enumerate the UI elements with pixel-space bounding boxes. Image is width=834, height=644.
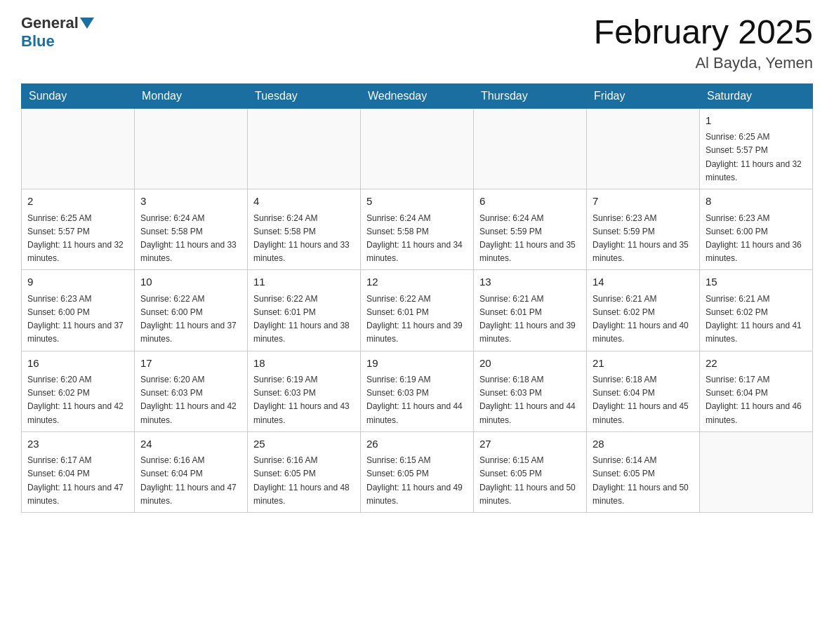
day-info: Sunrise: 6:14 AM Sunset: 6:05 PM Dayligh… [593,454,694,508]
day-number: 24 [140,436,241,452]
day-info: Sunrise: 6:21 AM Sunset: 6:02 PM Dayligh… [593,293,694,347]
calendar-cell: 27Sunrise: 6:15 AM Sunset: 6:05 PM Dayli… [474,431,587,512]
day-number: 2 [27,194,128,210]
day-info: Sunrise: 6:17 AM Sunset: 6:04 PM Dayligh… [27,454,128,508]
day-number: 28 [593,436,694,452]
day-info: Sunrise: 6:16 AM Sunset: 6:05 PM Dayligh… [253,454,355,508]
day-number: 27 [479,436,581,452]
calendar-cell: 5Sunrise: 6:24 AM Sunset: 5:58 PM Daylig… [361,189,474,270]
day-info: Sunrise: 6:23 AM Sunset: 6:00 PM Dayligh… [706,212,807,266]
calendar-cell: 18Sunrise: 6:19 AM Sunset: 6:03 PM Dayli… [248,351,361,431]
day-number: 18 [253,356,355,372]
calendar-cell: 28Sunrise: 6:14 AM Sunset: 6:05 PM Dayli… [587,431,700,512]
calendar-day-header: Tuesday [248,83,361,108]
calendar-week-row: 9Sunrise: 6:23 AM Sunset: 6:00 PM Daylig… [22,270,813,351]
calendar-day-header: Wednesday [361,83,474,108]
calendar-week-row: 23Sunrise: 6:17 AM Sunset: 6:04 PM Dayli… [22,431,813,512]
day-number: 19 [366,356,468,372]
day-number: 13 [479,274,581,290]
calendar-cell: 7Sunrise: 6:23 AM Sunset: 5:59 PM Daylig… [587,189,700,270]
day-info: Sunrise: 6:18 AM Sunset: 6:04 PM Dayligh… [593,373,694,427]
calendar-cell: 14Sunrise: 6:21 AM Sunset: 6:02 PM Dayli… [587,270,700,351]
day-info: Sunrise: 6:21 AM Sunset: 6:01 PM Dayligh… [479,293,581,347]
day-info: Sunrise: 6:20 AM Sunset: 6:03 PM Dayligh… [140,373,241,427]
calendar-header-row: SundayMondayTuesdayWednesdayThursdayFrid… [22,83,813,108]
calendar-cell: 23Sunrise: 6:17 AM Sunset: 6:04 PM Dayli… [22,431,135,512]
calendar-cell: 25Sunrise: 6:16 AM Sunset: 6:05 PM Dayli… [248,431,361,512]
calendar-table: SundayMondayTuesdayWednesdayThursdayFrid… [21,83,813,513]
calendar-week-row: 1Sunrise: 6:25 AM Sunset: 5:57 PM Daylig… [22,108,813,189]
calendar-cell: 15Sunrise: 6:21 AM Sunset: 6:02 PM Dayli… [700,270,813,351]
logo-blue-text: Blue [21,32,55,50]
day-number: 22 [706,356,807,372]
calendar-cell: 24Sunrise: 6:16 AM Sunset: 6:04 PM Dayli… [135,431,248,512]
day-number: 10 [140,274,241,290]
calendar-cell [135,108,248,189]
logo: General Blue [21,14,95,51]
logo-general-text: General [21,14,79,32]
day-number: 9 [27,274,128,290]
day-info: Sunrise: 6:16 AM Sunset: 6:04 PM Dayligh… [140,454,241,508]
calendar-cell: 11Sunrise: 6:22 AM Sunset: 6:01 PM Dayli… [248,270,361,351]
day-info: Sunrise: 6:24 AM Sunset: 5:58 PM Dayligh… [366,212,468,266]
calendar-day-header: Saturday [700,83,813,108]
day-number: 25 [253,436,355,452]
day-number: 17 [140,356,241,372]
day-info: Sunrise: 6:19 AM Sunset: 6:03 PM Dayligh… [253,373,355,427]
day-info: Sunrise: 6:23 AM Sunset: 5:59 PM Dayligh… [593,212,694,266]
calendar-cell: 19Sunrise: 6:19 AM Sunset: 6:03 PM Dayli… [361,351,474,431]
calendar-cell: 2Sunrise: 6:25 AM Sunset: 5:57 PM Daylig… [22,189,135,270]
calendar-cell: 9Sunrise: 6:23 AM Sunset: 6:00 PM Daylig… [22,270,135,351]
calendar-cell: 8Sunrise: 6:23 AM Sunset: 6:00 PM Daylig… [700,189,813,270]
calendar-cell [474,108,587,189]
day-number: 11 [253,274,355,290]
calendar-cell [361,108,474,189]
calendar-subtitle: Al Bayda, Yemen [594,54,813,72]
day-info: Sunrise: 6:22 AM Sunset: 6:01 PM Dayligh… [366,293,468,347]
logo-arrow-icon [80,18,94,29]
day-number: 8 [706,194,807,210]
calendar-cell: 21Sunrise: 6:18 AM Sunset: 6:04 PM Dayli… [587,351,700,431]
calendar-cell: 1Sunrise: 6:25 AM Sunset: 5:57 PM Daylig… [700,108,813,189]
day-number: 6 [479,194,581,210]
calendar-cell: 17Sunrise: 6:20 AM Sunset: 6:03 PM Dayli… [135,351,248,431]
calendar-cell [700,431,813,512]
calendar-cell [22,108,135,189]
calendar-day-header: Monday [135,83,248,108]
day-number: 21 [593,356,694,372]
calendar-cell: 3Sunrise: 6:24 AM Sunset: 5:58 PM Daylig… [135,189,248,270]
day-number: 4 [253,194,355,210]
day-info: Sunrise: 6:23 AM Sunset: 6:00 PM Dayligh… [27,293,128,347]
calendar-day-header: Friday [587,83,700,108]
day-info: Sunrise: 6:24 AM Sunset: 5:59 PM Dayligh… [479,212,581,266]
calendar-cell: 6Sunrise: 6:24 AM Sunset: 5:59 PM Daylig… [474,189,587,270]
day-info: Sunrise: 6:18 AM Sunset: 6:03 PM Dayligh… [479,373,581,427]
day-number: 1 [706,113,807,129]
day-info: Sunrise: 6:15 AM Sunset: 6:05 PM Dayligh… [479,454,581,508]
day-info: Sunrise: 6:19 AM Sunset: 6:03 PM Dayligh… [366,373,468,427]
calendar-cell [248,108,361,189]
calendar-cell: 16Sunrise: 6:20 AM Sunset: 6:02 PM Dayli… [22,351,135,431]
day-info: Sunrise: 6:25 AM Sunset: 5:57 PM Dayligh… [27,212,128,266]
day-info: Sunrise: 6:22 AM Sunset: 6:00 PM Dayligh… [140,293,241,347]
calendar-cell [587,108,700,189]
calendar-cell: 13Sunrise: 6:21 AM Sunset: 6:01 PM Dayli… [474,270,587,351]
day-info: Sunrise: 6:24 AM Sunset: 5:58 PM Dayligh… [140,212,241,266]
calendar-week-row: 16Sunrise: 6:20 AM Sunset: 6:02 PM Dayli… [22,351,813,431]
day-info: Sunrise: 6:21 AM Sunset: 6:02 PM Dayligh… [706,293,807,347]
page-header: General Blue February 2025 Al Bayda, Yem… [21,14,813,72]
day-info: Sunrise: 6:24 AM Sunset: 5:58 PM Dayligh… [253,212,355,266]
calendar-cell: 12Sunrise: 6:22 AM Sunset: 6:01 PM Dayli… [361,270,474,351]
day-number: 16 [27,356,128,372]
day-number: 20 [479,356,581,372]
calendar-day-header: Thursday [474,83,587,108]
calendar-day-header: Sunday [22,83,135,108]
day-number: 15 [706,274,807,290]
calendar-week-row: 2Sunrise: 6:25 AM Sunset: 5:57 PM Daylig… [22,189,813,270]
calendar-cell: 26Sunrise: 6:15 AM Sunset: 6:05 PM Dayli… [361,431,474,512]
day-info: Sunrise: 6:15 AM Sunset: 6:05 PM Dayligh… [366,454,468,508]
calendar-cell: 10Sunrise: 6:22 AM Sunset: 6:00 PM Dayli… [135,270,248,351]
day-info: Sunrise: 6:25 AM Sunset: 5:57 PM Dayligh… [706,130,807,185]
day-number: 7 [593,194,694,210]
day-number: 26 [366,436,468,452]
